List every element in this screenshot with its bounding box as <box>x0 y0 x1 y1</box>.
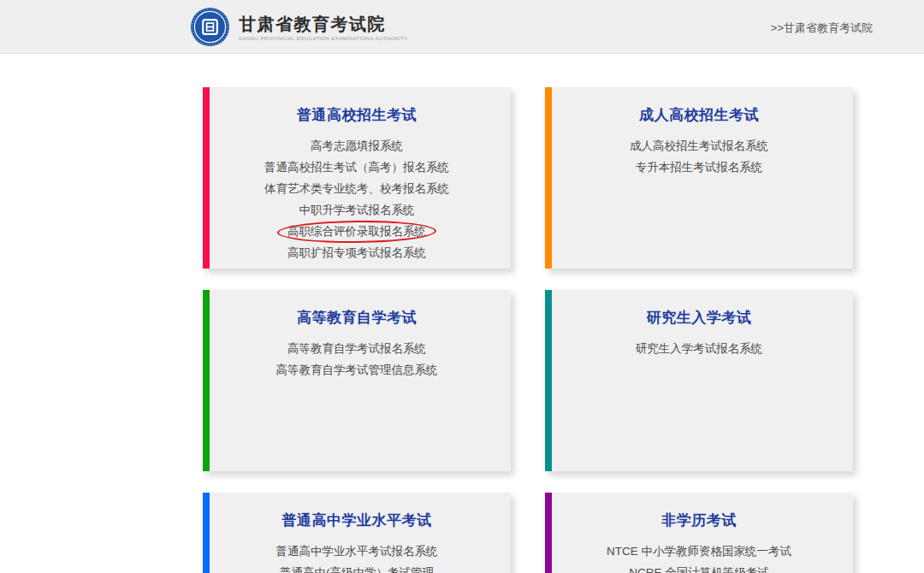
card-links: 普通高中学业水平考试报名系统 普通高中(高级中学）考试管理 <box>203 541 511 573</box>
card-links: 成人高校招生考试报名系统 专升本招生考试报名系统 <box>545 135 853 178</box>
card-link[interactable]: 体育艺术类专业统考、校考报名系统 <box>264 178 449 199</box>
brand-subtitle: GANSU PROVINCIAL EDUCATION EXAMINATIONS … <box>239 36 408 41</box>
card-link[interactable]: 中职升学考试报名系统 <box>299 199 415 221</box>
card-title: 高等教育自学考试 <box>203 308 511 328</box>
brand: 甘肃省教育考试院 GANSU PROVINCIAL EDUCATION EXAM… <box>190 7 408 47</box>
card-link[interactable]: 高考志愿填报系统 <box>311 135 403 157</box>
card-non-academic-exam: 非学历考试 NTCE 中小学教师资格国家统一考试 NCRE 全国计算机等级考试 <box>545 493 853 573</box>
card-link[interactable]: NCRE 全国计算机等级考试 <box>629 562 769 573</box>
card-title: 成人高校招生考试 <box>545 105 853 125</box>
card-title: 普通高校招生考试 <box>203 105 511 125</box>
card-links: NTCE 中小学教师资格国家统一考试 NCRE 全国计算机等级考试 <box>545 541 853 573</box>
card-general-college-exam: 普通高校招生考试 高考志愿填报系统 普通高校招生考试（高考）报名系统 体育艺术类… <box>203 87 511 269</box>
card-link[interactable]: 高等教育自学考试报名系统 <box>287 338 426 359</box>
card-accent-stripe <box>203 87 210 269</box>
header-home-link[interactable]: >>甘肃省教育考试院 <box>771 21 873 36</box>
card-accent-stripe <box>545 493 552 573</box>
card-accent-stripe <box>545 87 552 269</box>
brand-name: 甘肃省教育考试院 <box>239 13 408 35</box>
gansu-seal-icon <box>190 7 230 47</box>
card-link[interactable]: 专升本招生考试报名系统 <box>636 157 763 178</box>
brand-text: 甘肃省教育考试院 GANSU PROVINCIAL EDUCATION EXAM… <box>239 13 408 41</box>
card-links: 研究生入学考试报名系统 <box>545 338 853 359</box>
card-accent-stripe <box>203 290 210 471</box>
card-adult-college-exam: 成人高校招生考试 成人高校招生考试报名系统 专升本招生考试报名系统 <box>545 87 853 269</box>
card-accent-stripe <box>545 290 552 471</box>
card-link[interactable]: 研究生入学考试报名系统 <box>636 338 763 359</box>
card-self-study-exam: 高等教育自学考试 高等教育自学考试报名系统 高等教育自学考试管理信息系统 <box>203 290 511 471</box>
card-title: 非学历考试 <box>545 511 853 530</box>
card-link[interactable]: 普通高中学业水平考试报名系统 <box>276 541 438 562</box>
card-link[interactable]: 普通高中(高级中学）考试管理 <box>280 562 434 573</box>
card-link[interactable]: 成人高校招生考试报名系统 <box>630 135 768 157</box>
card-link[interactable]: 普通高校招生考试（高考）报名系统 <box>264 157 449 178</box>
card-title: 研究生入学考试 <box>545 308 853 328</box>
card-title: 普通高中学业水平考试 <box>203 511 511 530</box>
card-link[interactable]: NTCE 中小学教师资格国家统一考试 <box>607 541 791 562</box>
card-link-circled[interactable]: 高职综合评价录取报名系统 <box>287 221 426 242</box>
card-graduate-exam: 研究生入学考试 研究生入学考试报名系统 <box>545 290 853 471</box>
card-accent-stripe <box>203 493 210 573</box>
card-links: 高考志愿填报系统 普通高校招生考试（高考）报名系统 体育艺术类专业统考、校考报名… <box>203 135 511 263</box>
card-link[interactable]: 高等教育自学考试管理信息系统 <box>276 359 438 381</box>
card-links: 高等教育自学考试报名系统 高等教育自学考试管理信息系统 <box>203 338 511 381</box>
card-high-school-proficiency-exam: 普通高中学业水平考试 普通高中学业水平考试报名系统 普通高中(高级中学）考试管理 <box>203 493 511 573</box>
circled-link-wrap: 高职综合评价录取报名系统 <box>287 221 426 242</box>
exam-card-grid: 普通高校招生考试 高考志愿填报系统 普通高校招生考试（高考）报名系统 体育艺术类… <box>203 87 853 573</box>
card-link[interactable]: 高职扩招专项考试报名系统 <box>287 242 426 263</box>
site-header: 甘肃省教育考试院 GANSU PROVINCIAL EDUCATION EXAM… <box>0 0 924 54</box>
